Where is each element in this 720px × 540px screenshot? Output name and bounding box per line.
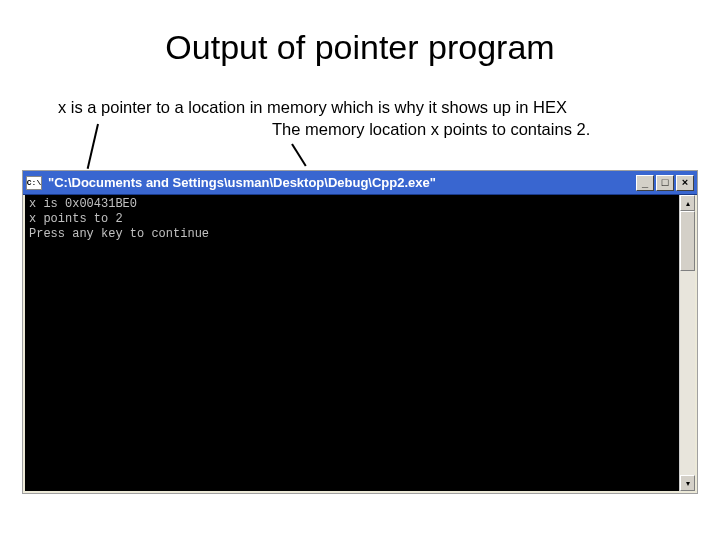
slide-title: Output of pointer program bbox=[0, 0, 720, 67]
minimize-button[interactable]: _ bbox=[636, 175, 654, 191]
scroll-up-button[interactable]: ▴ bbox=[680, 195, 695, 211]
annotation-memory-contents: The memory location x points to contains… bbox=[272, 120, 590, 139]
window-title: "C:\Documents and Settings\usman\Desktop… bbox=[48, 175, 636, 190]
annotation-hex-pointer: x is a pointer to a location in memory w… bbox=[58, 98, 567, 117]
scroll-track[interactable] bbox=[680, 271, 695, 475]
close-button[interactable]: × bbox=[676, 175, 694, 191]
console-line-2: x points to 2 bbox=[29, 212, 123, 226]
scroll-thumb[interactable] bbox=[680, 211, 695, 271]
maximize-button[interactable]: □ bbox=[656, 175, 674, 191]
console-line-1: x is 0x00431BE0 bbox=[29, 197, 137, 211]
console-window: C:\ "C:\Documents and Settings\usman\Des… bbox=[22, 170, 698, 494]
vertical-scrollbar[interactable]: ▴ ▾ bbox=[679, 195, 695, 491]
console-output: x is 0x00431BE0 x points to 2 Press any … bbox=[23, 195, 697, 493]
arrow-to-points-line bbox=[291, 143, 306, 166]
cmd-icon: C:\ bbox=[26, 176, 42, 190]
console-line-3: Press any key to continue bbox=[29, 227, 209, 241]
scroll-down-button[interactable]: ▾ bbox=[680, 475, 695, 491]
window-buttons: _ □ × bbox=[636, 175, 694, 191]
arrow-to-hex-line bbox=[87, 124, 99, 169]
window-titlebar[interactable]: C:\ "C:\Documents and Settings\usman\Des… bbox=[23, 171, 697, 195]
